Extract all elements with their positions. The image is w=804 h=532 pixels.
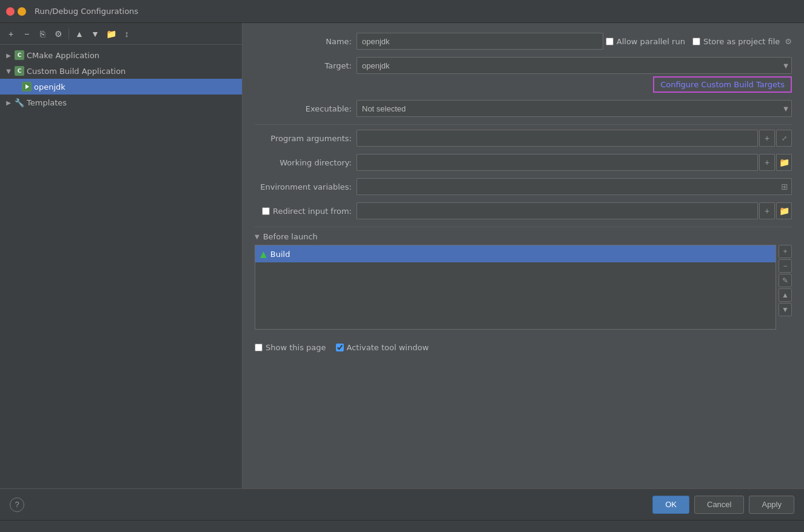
- form-area: Name: Allow parallel run Store as projec…: [243, 23, 804, 488]
- program-args-expand-button[interactable]: ⤢: [776, 130, 792, 147]
- show-page-label: Show this page: [266, 343, 326, 352]
- store-project-label: Store as project file: [692, 37, 780, 46]
- show-page-option: Show this page: [255, 343, 326, 352]
- left-panel: + − ⎘ ⚙ ▲ ▼ 📁 ↕ ▶ C CMake Application: [0, 23, 243, 488]
- env-vars-label: Environment variables:: [255, 182, 352, 191]
- title-bar: Run/Debug Configurations: [0, 0, 804, 23]
- settings-gear-icon[interactable]: ⚙: [785, 37, 792, 46]
- name-row: Name: Allow parallel run Store as projec…: [255, 33, 792, 50]
- executable-select[interactable]: Not selected: [357, 100, 792, 117]
- program-args-label: Program arguments:: [255, 134, 352, 143]
- before-launch-remove-button[interactable]: −: [779, 259, 792, 273]
- before-launch-title: Before launch: [263, 232, 318, 241]
- dialog-footer: ? OK Cancel Apply: [0, 488, 804, 520]
- before-launch-item-build[interactable]: ▲ Build: [255, 245, 776, 262]
- right-panel: Name: Allow parallel run Store as projec…: [243, 23, 804, 488]
- cmake-app-label: CMake Application: [27, 51, 99, 60]
- bottom-options: Show this page Activate tool window: [255, 338, 792, 357]
- redirect-input-checkbox[interactable]: [262, 207, 270, 215]
- allow-parallel-label: Allow parallel run: [606, 37, 685, 46]
- program-args-row: Program arguments: + ⤢: [255, 130, 792, 147]
- working-dir-browse-button[interactable]: 📁: [776, 154, 792, 171]
- redirect-label-wrapper: Redirect input from:: [255, 207, 352, 216]
- footer-right: OK Cancel Apply: [652, 496, 794, 514]
- before-launch-add-button[interactable]: +: [779, 245, 792, 258]
- redirect-control: + 📁: [357, 202, 792, 219]
- templates-icon: 🔧: [15, 98, 24, 107]
- window-title: Run/Debug Configurations: [35, 7, 138, 16]
- footer-left: ?: [10, 497, 24, 512]
- program-args-control: + ⤢: [357, 130, 792, 147]
- activate-window-label: Activate tool window: [347, 343, 429, 352]
- sort-button[interactable]: ↕: [119, 27, 134, 41]
- move-down-button[interactable]: ▼: [88, 27, 102, 41]
- before-launch-edit-button[interactable]: ✎: [779, 274, 792, 287]
- before-launch-content: ▲ Build: [255, 245, 776, 330]
- configure-custom-build-targets-link[interactable]: Configure Custom Build Targets: [653, 76, 792, 93]
- before-launch-down-button[interactable]: ▼: [779, 303, 792, 316]
- cancel-button[interactable]: Cancel: [694, 496, 744, 514]
- redirect-browse-button[interactable]: 📁: [776, 202, 792, 219]
- target-main-row: Target: openjdk ▼: [255, 57, 792, 74]
- openjdk-icon: [22, 82, 32, 91]
- env-vars-control: ⊞: [357, 178, 792, 195]
- working-dir-row: Working directory: + 📁: [255, 154, 792, 171]
- redirect-input-label: Redirect input from:: [273, 207, 352, 216]
- target-section: Target: openjdk ▼ Configure Custom Build…: [255, 57, 792, 93]
- custom-app-label: Custom Build Application: [27, 67, 126, 76]
- target-configure-row: Configure Custom Build Targets: [255, 76, 792, 93]
- build-icon: ▲: [260, 249, 267, 259]
- target-label: Target:: [255, 61, 352, 70]
- activate-window-option: Activate tool window: [336, 343, 429, 352]
- remove-config-button[interactable]: −: [19, 27, 34, 41]
- env-vars-input[interactable]: [357, 178, 792, 195]
- tree-item-openjdk[interactable]: openjdk: [0, 79, 242, 95]
- allow-parallel-checkbox[interactable]: [606, 38, 614, 45]
- tree-item-cmake-app[interactable]: ▶ C CMake Application: [0, 47, 242, 63]
- program-args-input[interactable]: [357, 130, 758, 147]
- program-args-add-button[interactable]: +: [759, 130, 775, 147]
- before-launch-up-button[interactable]: ▲: [779, 288, 792, 302]
- dialog: + − ⎘ ⚙ ▲ ▼ 📁 ↕ ▶ C CMake Application: [0, 23, 804, 532]
- redirect-add-button[interactable]: +: [759, 202, 775, 219]
- name-control: Allow parallel run Store as project file…: [357, 33, 792, 50]
- show-page-checkbox[interactable]: [255, 344, 263, 351]
- target-select-wrapper: openjdk ▼: [357, 57, 792, 74]
- working-dir-control: + 📁: [357, 154, 792, 171]
- templates-arrow: ▶: [5, 99, 12, 106]
- copy-config-button[interactable]: ⎘: [35, 27, 50, 41]
- cmake-app-arrow: ▶: [5, 52, 12, 59]
- tree-item-templates[interactable]: ▶ 🔧 Templates: [0, 95, 242, 110]
- name-label: Name:: [255, 37, 352, 46]
- openjdk-label: openjdk: [34, 82, 65, 91]
- custom-app-arrow: ▼: [5, 67, 12, 75]
- name-input[interactable]: [357, 33, 603, 50]
- working-dir-input[interactable]: [357, 154, 758, 171]
- store-project-checkbox[interactable]: [692, 38, 700, 45]
- env-vars-expand-icon[interactable]: ⊞: [781, 182, 788, 191]
- status-bar: [0, 520, 804, 532]
- help-button[interactable]: ?: [10, 497, 24, 512]
- executable-select-wrapper: Not selected ▼: [357, 100, 792, 117]
- close-button[interactable]: [6, 7, 15, 16]
- cmake-app-icon: C: [15, 50, 24, 60]
- activate-window-checkbox[interactable]: [336, 344, 344, 351]
- before-launch-build-label: Build: [270, 250, 290, 259]
- target-select[interactable]: openjdk: [357, 57, 792, 74]
- ok-button[interactable]: OK: [652, 496, 689, 514]
- before-launch-buttons: + − ✎ ▲ ▼: [779, 245, 792, 330]
- add-config-button[interactable]: +: [4, 27, 18, 41]
- redirect-input-field[interactable]: [357, 202, 758, 219]
- folder-button[interactable]: 📁: [104, 27, 118, 41]
- tree-item-custom-build-app[interactable]: ▼ C Custom Build Application: [0, 63, 242, 79]
- before-launch-section: ▼ Before launch ▲ Build + −: [255, 232, 792, 330]
- config-tree: ▶ C CMake Application ▼ C Custom Build A…: [0, 45, 242, 488]
- minimize-button[interactable]: [18, 7, 26, 16]
- apply-button[interactable]: Apply: [749, 496, 794, 514]
- window-controls[interactable]: [6, 7, 26, 16]
- settings-config-button[interactable]: ⚙: [51, 27, 65, 41]
- before-launch-arrow-icon[interactable]: ▼: [255, 233, 260, 240]
- working-dir-label: Working directory:: [255, 158, 352, 167]
- working-dir-add-button[interactable]: +: [759, 154, 775, 171]
- move-up-button[interactable]: ▲: [72, 27, 87, 41]
